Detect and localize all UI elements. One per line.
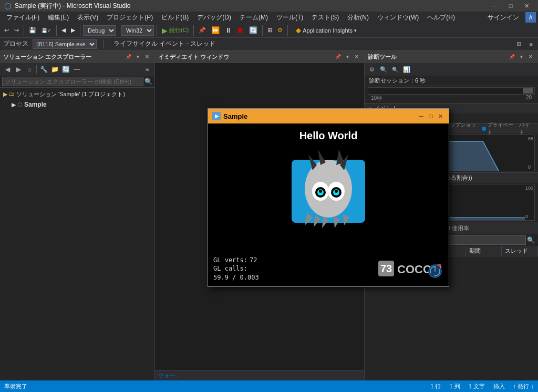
app-insights-button[interactable]: ◆ Application Insights ▾ xyxy=(293,25,360,35)
app-insights-dropdown-icon: ▾ xyxy=(354,28,357,33)
timeline-bar[interactable] xyxy=(368,87,535,95)
power-button[interactable] xyxy=(428,264,442,280)
pin-panel-button[interactable]: 📌 xyxy=(124,53,132,61)
nav-fwd-button[interactable]: ▶ xyxy=(69,25,77,36)
sample-app-icon: ▶ xyxy=(212,112,221,120)
save-button[interactable]: 💾 xyxy=(27,25,38,36)
diag-zoom-out-button[interactable]: 🔍 xyxy=(390,65,400,74)
diag-arrow-icon[interactable]: ▾ xyxy=(517,53,525,61)
sample-close-button[interactable]: ✕ xyxy=(436,112,444,120)
solution-explorer-header: ソリューション エクスプローラー 📌 ▾ ✕ xyxy=(0,50,154,63)
sol-collapse[interactable]: — xyxy=(71,64,82,75)
timeline-label-20: 20 xyxy=(526,95,532,102)
close-panel-button[interactable]: ✕ xyxy=(143,53,151,61)
menu-team[interactable]: チーム(M) xyxy=(235,12,272,23)
diag-chart-button[interactable]: 📊 xyxy=(401,65,412,74)
search-icon: 🔍 xyxy=(144,78,152,85)
process-toolbar-btn1[interactable]: ⊞ xyxy=(514,38,523,50)
arrow-down-icon[interactable]: ▾ xyxy=(133,53,142,61)
undo-button[interactable]: ↩ xyxy=(2,25,11,36)
continue-button[interactable]: ▶ 続行(C) xyxy=(160,25,191,36)
lifecycle-label: ライフサイクル イベント - スレッド xyxy=(113,39,215,48)
memory-byte-label: バイト xyxy=(519,121,535,136)
toolbar-extra2[interactable]: ⚙ xyxy=(275,25,285,36)
menu-analyze[interactable]: 分析(N) xyxy=(343,12,373,23)
imm-close-button[interactable]: ✕ xyxy=(353,53,361,61)
diagnostics-title: 診断ツール xyxy=(368,53,397,61)
platform-dropdown[interactable]: Win32 xyxy=(121,25,154,36)
close-button[interactable]: ✕ xyxy=(519,0,534,12)
debug-config-dropdown[interactable]: Debug xyxy=(83,25,116,36)
toolbar-sep6 xyxy=(262,25,263,36)
cpu-yr-max: 100 xyxy=(525,185,533,191)
pause-button[interactable]: ⏸ xyxy=(223,25,234,36)
diagnostics-session: 診断セッション：6 秒 xyxy=(365,76,538,86)
toolbar-sep7 xyxy=(287,25,288,36)
tab-watch1[interactable]: ウォー... xyxy=(158,372,180,379)
menu-bar: ファイル(F) 編集(E) 表示(V) プロジェクト(P) ビルド(B) デバッ… xyxy=(0,12,538,23)
project-item[interactable]: ▶ ⬡ Sample xyxy=(1,99,153,110)
menu-build[interactable]: ビルド(B) xyxy=(157,12,193,23)
restart-button[interactable]: 🔄 xyxy=(247,25,260,36)
save-all-button[interactable]: 💾✓ xyxy=(39,25,54,36)
window-title: Sample (実行中) - Microsoft Visual Studio xyxy=(15,2,131,11)
solution-root-item[interactable]: ▶ 🗂 ソリューション 'Sample' (1 プロジェクト) xyxy=(1,89,153,99)
sol-properties[interactable]: 🔧 xyxy=(38,64,49,75)
sol-nav-back[interactable]: ◀ xyxy=(2,64,13,75)
project-expand-icon: ▶ xyxy=(12,101,16,108)
menu-help[interactable]: ヘルプ(H) xyxy=(423,12,459,23)
sol-home[interactable]: ⌂ xyxy=(24,64,35,75)
sol-settings[interactable]: ≡ xyxy=(142,64,152,75)
menu-file[interactable]: ファイル(F) xyxy=(2,12,44,23)
solution-folder-icon: ▶ xyxy=(3,91,7,98)
menu-test[interactable]: テスト(S) xyxy=(307,12,343,23)
diag-pin-button[interactable]: 📌 xyxy=(508,53,516,61)
diag-zoom-in-button[interactable]: 🔍 xyxy=(378,65,389,74)
step-over-button[interactable]: ⏩ xyxy=(209,25,222,36)
menu-edit[interactable]: 編集(E) xyxy=(44,12,73,23)
process-bar: プロセス [8116] Sample.exe ライフサイクル イベント - スレ… xyxy=(0,38,538,50)
menu-debug[interactable]: デバッグ(D) xyxy=(193,12,235,23)
project-icon: ⬡ xyxy=(17,101,23,108)
menu-view[interactable]: 表示(V) xyxy=(73,12,102,23)
redo-button[interactable]: ↪ xyxy=(12,25,21,36)
diag-settings-button[interactable]: ⚙ xyxy=(367,65,377,74)
status-row: 1 行 xyxy=(430,383,441,390)
hello-world-text: Hello World xyxy=(299,130,358,142)
signin-button[interactable]: サインイン xyxy=(483,12,523,23)
sol-refresh[interactable]: 🔄 xyxy=(60,64,71,75)
process-dropdown[interactable]: [8116] Sample.exe xyxy=(33,39,97,49)
toolbar-sep4 xyxy=(157,25,157,36)
sample-titlebar: ▶ Sample ─ □ ✕ xyxy=(208,109,449,123)
stop-button[interactable]: ⏹ xyxy=(235,25,246,36)
account-icon[interactable]: A xyxy=(525,12,536,23)
col-period: 期間 xyxy=(466,246,502,256)
sample-app-window[interactable]: ▶ Sample ─ □ ✕ Hello World xyxy=(208,108,449,287)
solution-search-input[interactable] xyxy=(2,77,143,86)
cocos-logo xyxy=(286,144,370,228)
diag-close-button[interactable]: ✕ xyxy=(526,53,535,61)
minimize-button[interactable]: ─ xyxy=(488,0,502,12)
menu-project[interactable]: プロジェクト(P) xyxy=(102,12,157,23)
sample-min-button[interactable]: ─ xyxy=(417,112,426,120)
sol-nav-fwd[interactable]: ▶ xyxy=(13,64,24,75)
solution-explorer-toolbar: ◀ ▶ ⌂ 🔧 📁 🔄 — ≡ xyxy=(0,63,154,76)
cpu-yr-min: 0 xyxy=(525,214,533,219)
imm-pin-button[interactable]: 📌 xyxy=(334,53,342,61)
sol-show-files[interactable]: 📁 xyxy=(49,64,60,75)
svg-point-12 xyxy=(319,190,322,193)
gl-verts-label: GL verts: xyxy=(213,256,247,264)
menu-tools[interactable]: ツール(T) xyxy=(272,12,307,23)
menu-window[interactable]: ウィンドウ(W) xyxy=(373,12,423,23)
toolbar-extra1[interactable]: ⊞ xyxy=(265,25,274,36)
pin-button[interactable]: 📌 xyxy=(196,25,208,36)
process-toolbar-btn2[interactable]: ≡ xyxy=(527,38,535,50)
maximize-button[interactable]: □ xyxy=(503,0,518,12)
solution-explorer-panel: ソリューション エクスプローラー 📌 ▾ ✕ ◀ ▶ ⌂ 🔧 📁 🔄 — ≡ 🔍 xyxy=(0,50,155,380)
svg-point-13 xyxy=(335,190,338,193)
imm-arrow-icon[interactable]: ▾ xyxy=(343,53,351,61)
sample-max-button[interactable]: □ xyxy=(427,112,435,120)
memory-yr-min: 0 xyxy=(528,164,533,170)
nav-back-button[interactable]: ◀ xyxy=(59,25,68,36)
timeline-labels: 10秒 20 xyxy=(368,95,535,102)
